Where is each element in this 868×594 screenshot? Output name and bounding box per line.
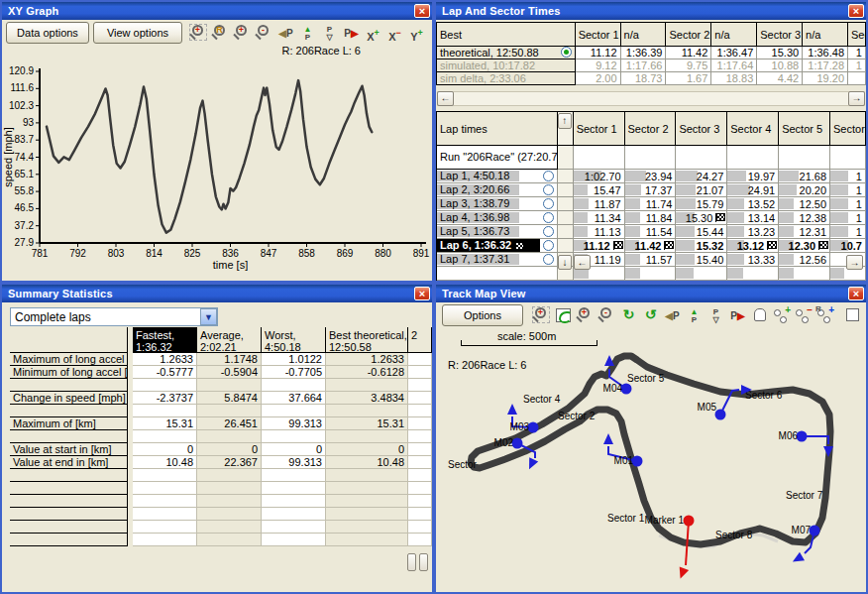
best-row[interactable]: sim delta, 2:33.062.0018.731.6718.834.42… (437, 72, 866, 85)
add-node-icon[interactable]: + (771, 305, 792, 326)
best-col-header[interactable]: n/a (803, 23, 848, 47)
close-icon[interactable]: × (414, 4, 430, 18)
prev-marker-icon[interactable]: ◀P (275, 23, 296, 44)
track-map-titlebar[interactable]: Track Map View × (436, 285, 866, 302)
best-col-header[interactable]: n/a (621, 23, 667, 47)
reset-node-icon[interactable]: +R (814, 305, 835, 326)
lap-row-radio[interactable] (543, 198, 554, 209)
add-marker-icon[interactable]: ▲P (297, 23, 318, 44)
lap-row[interactable]: Lap 6, 1:36.3211.1211.4215.3213.1212.301… (437, 239, 866, 253)
sector-col-header[interactable]: Sector 3 (676, 112, 727, 146)
close-icon[interactable]: × (848, 4, 864, 18)
lap-row-label[interactable]: Lap 7, 1:37.31 (437, 253, 540, 267)
marker-dot-start[interactable] (684, 516, 695, 527)
data-options-button[interactable]: Data options (6, 22, 89, 44)
stats-col-header[interactable]: Worst,4:50.18 (262, 327, 326, 353)
y-plus-icon[interactable]: Y+ (406, 23, 427, 44)
view-options-button[interactable]: View options (93, 22, 182, 44)
lap-row-label[interactable]: Lap 2, 3:20.66 (437, 183, 540, 197)
lap-row[interactable]: Lap 7, 1:37.3111.1911.5715.4013.3312.56 (437, 253, 866, 267)
lap-row-label[interactable]: Lap 1, 4:50.18 (437, 170, 540, 183)
sector-col-header[interactable]: Sector 1 (574, 112, 625, 146)
lap-row-label[interactable]: Lap 4, 1:36.98 (437, 211, 540, 225)
fit-track-icon[interactable] (553, 305, 574, 326)
lap-row[interactable]: Lap 3, 1:38.7911.8711.7415.7913.5212.501 (437, 197, 866, 211)
lap-row[interactable]: Lap 4, 1:36.9811.3411.8415.3013.1412.381 (437, 211, 866, 225)
lap-row-radio[interactable] (543, 240, 554, 251)
play-marker-icon[interactable]: P▶ (727, 305, 748, 326)
lap-row-label[interactable]: Lap 6, 1:36.32 (437, 239, 540, 253)
pan-hand-icon[interactable] (749, 305, 770, 326)
zoom-in-icon[interactable]: + (575, 305, 596, 326)
sector-col-header[interactable]: Sector 5 (779, 112, 830, 146)
lap-filter-dropdown[interactable]: Complete laps ▼ (10, 307, 218, 326)
best-scrollbar[interactable] (437, 91, 865, 106)
stats-col-header[interactable]: Fastest,1:36.32 (133, 327, 197, 353)
scroll-left-button[interactable]: ← (437, 91, 454, 106)
summary-scroll-right-button[interactable] (419, 553, 428, 571)
lap-row-label[interactable]: Lap 5, 1:36.73 (437, 225, 540, 239)
best-col-header[interactable]: Sect (848, 23, 866, 47)
lap-row-label[interactable] (437, 267, 540, 281)
best-row-radio[interactable] (561, 47, 572, 58)
chevron-down-icon[interactable]: ▼ (200, 308, 217, 325)
marker-dot-M03[interactable] (528, 422, 539, 433)
marker-dot-M06[interactable] (797, 431, 808, 442)
summary-titlebar[interactable]: Summary Statistics × (2, 285, 432, 302)
scroll-down-button[interactable]: ↓ (558, 255, 572, 270)
marker-dot-M04[interactable] (621, 384, 632, 395)
zoom-reset-icon[interactable]: R (210, 23, 231, 44)
lap-row-radio[interactable] (543, 171, 554, 181)
overlay-checkbox[interactable] (846, 308, 859, 321)
xy-graph-titlebar[interactable]: XY Graph × (2, 2, 432, 20)
prev-marker-icon[interactable]: ◀P (662, 305, 683, 326)
zoom-window-icon[interactable]: + (188, 23, 209, 44)
close-icon[interactable]: × (414, 287, 430, 300)
lap-row-radio[interactable] (543, 184, 554, 195)
best-row[interactable]: simulated, 10:17.829.121:17.669.751:17.6… (437, 59, 866, 72)
scroll-right-button[interactable]: → (848, 91, 865, 106)
stats-col-header[interactable]: Best theoretical,12:50.58 (326, 327, 408, 353)
lap-row-radio[interactable] (543, 226, 554, 237)
add-marker-icon[interactable]: ▲P (684, 305, 705, 326)
marker-dot-M01[interactable] (632, 456, 643, 467)
sector-col-header[interactable]: Sector (830, 112, 866, 146)
zoom-in-icon[interactable]: + (232, 23, 253, 44)
goto-marker-icon[interactable]: P▽ (319, 23, 340, 44)
stats-col-header[interactable]: Average,2:02.21 (197, 327, 262, 353)
best-col-header[interactable]: n/a (711, 23, 757, 47)
xy-chart[interactable]: 120.9111.6102.39383.774.465.155.846.537.… (2, 58, 432, 281)
marker-dot-M07[interactable] (810, 526, 820, 536)
rotate-cw-icon[interactable]: ↻ (618, 305, 639, 326)
sector-col-header[interactable]: Sector 2 (625, 112, 677, 146)
stats-col-header[interactable]: 2 (408, 327, 432, 353)
best-col-header[interactable]: Sector 1 (576, 23, 621, 47)
best-col-header[interactable]: Sector 3 (757, 23, 803, 47)
scroll-up-button[interactable]: ↑ (558, 113, 572, 129)
summary-scroll-left-button[interactable] (407, 553, 416, 571)
x-minus-icon[interactable]: X− (384, 23, 405, 44)
best-row[interactable]: theoretical, 12:50.8811.121:36.3911.421:… (437, 47, 866, 59)
x-plus-icon[interactable]: X+ (363, 23, 383, 44)
zoom-out-icon[interactable]: - (254, 23, 274, 44)
best-col-header[interactable]: Sector 2 (666, 23, 711, 47)
sector-col-header[interactable]: Sector 4 (727, 112, 779, 146)
lap-scroll-right-button[interactable]: → (846, 255, 863, 270)
lap-row[interactable] (437, 267, 866, 281)
goto-marker-icon[interactable]: P▽ (705, 305, 726, 326)
lap-row[interactable]: Lap 2, 3:20.6615.4717.3721.0724.9120.201 (437, 183, 866, 197)
lap-row-radio[interactable] (543, 254, 554, 265)
lap-row[interactable]: Lap 5, 1:36.7311.1311.5415.4413.2312.311 (437, 225, 866, 239)
close-icon[interactable]: × (848, 287, 864, 300)
lap-sector-titlebar[interactable]: Lap And Sector Times × (436, 2, 866, 20)
remove-node-icon[interactable]: − (793, 305, 814, 326)
zoom-out-icon[interactable]: - (597, 305, 617, 326)
lap-scroll-left-button[interactable]: ← (574, 255, 591, 270)
rotate-ccw-icon[interactable]: ↺ (640, 305, 661, 326)
marker-dot-M05[interactable] (715, 410, 726, 420)
marker-dot-M02[interactable] (512, 438, 523, 449)
lap-row-label[interactable]: Lap 3, 1:38.79 (437, 197, 540, 211)
zoom-window-icon[interactable]: + (531, 305, 552, 326)
play-marker-icon[interactable]: P▶ (341, 23, 362, 44)
lap-row-radio[interactable] (543, 212, 554, 223)
